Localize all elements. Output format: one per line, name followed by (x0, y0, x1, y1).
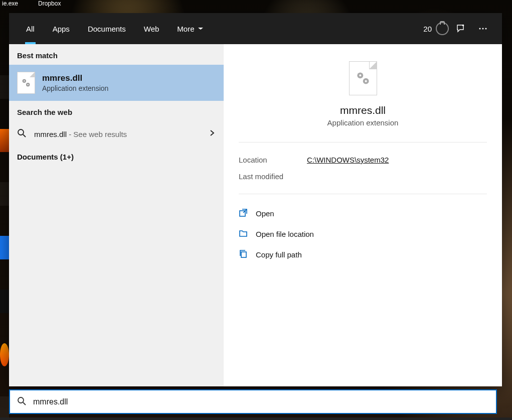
preview-title: mmres.dll (340, 104, 386, 116)
best-match-subtitle: Application extension (42, 84, 108, 92)
search-icon (17, 128, 27, 139)
desktop-icons-strip (0, 0, 9, 420)
web-query: mmres.dll (34, 130, 67, 138)
chevron-right-icon (209, 129, 216, 138)
search-tabs-header: All Apps Documents Web More 20 (9, 13, 502, 44)
medal-icon (436, 22, 449, 35)
action-open-location[interactable]: Open file location (239, 224, 487, 244)
preview-subtitle: Application extension (327, 118, 399, 127)
svg-point-3 (485, 28, 487, 30)
svg-rect-15 (241, 252, 246, 257)
rewards-points: 20 (423, 25, 432, 33)
svg-point-11 (359, 74, 361, 76)
options-icon[interactable] (473, 19, 493, 39)
svg-line-17 (23, 402, 26, 405)
chevron-down-icon (198, 26, 204, 32)
best-match-item[interactable]: mmres.dll Application extension (9, 65, 224, 101)
web-search-row[interactable]: mmres.dll - See web results (9, 121, 224, 147)
svg-point-8 (18, 129, 24, 135)
svg-point-13 (365, 80, 367, 82)
svg-point-1 (479, 28, 481, 30)
search-icon (17, 396, 26, 407)
preview-file-icon (349, 61, 377, 95)
svg-point-16 (18, 397, 24, 403)
search-input[interactable] (33, 397, 489, 406)
rewards-counter[interactable]: 20 (423, 22, 449, 35)
taskbar[interactable] (0, 417, 512, 420)
action-copy-path[interactable]: Copy full path (239, 244, 487, 265)
action-open[interactable]: Open (239, 203, 487, 224)
search-web-heading: Search the web (9, 101, 224, 121)
best-match-heading: Best match (9, 44, 224, 65)
folder-icon (239, 229, 248, 239)
results-column: Best match mmres.dll Application extensi… (9, 44, 224, 386)
last-modified-key: Last modified (239, 172, 307, 181)
svg-point-2 (482, 28, 484, 30)
svg-point-7 (27, 84, 28, 85)
best-match-title: mmres.dll (42, 73, 108, 83)
documents-heading[interactable]: Documents (1+) (9, 147, 224, 167)
file-icon (17, 72, 35, 94)
web-hint: - See web results (67, 130, 127, 138)
location-key: Location (239, 156, 307, 164)
tab-web[interactable]: Web (136, 13, 167, 44)
tab-documents[interactable]: Documents (80, 13, 134, 44)
preview-column: mmres.dll Application extension Location… (224, 44, 502, 386)
location-link[interactable]: C:\WINDOWS\system32 (307, 156, 389, 164)
desktop-icon-labels: ie.exe Dropbox (0, 0, 61, 7)
tab-more[interactable]: More (169, 13, 211, 44)
gears-icon (355, 70, 372, 87)
svg-point-0 (462, 25, 464, 27)
feedback-icon[interactable] (451, 19, 471, 39)
svg-line-9 (23, 134, 26, 137)
open-icon (239, 208, 248, 219)
tab-all[interactable]: All (18, 13, 43, 44)
tab-apps[interactable]: Apps (45, 13, 78, 44)
gears-icon (21, 77, 32, 88)
search-box[interactable] (9, 389, 497, 414)
copy-icon (239, 249, 248, 260)
svg-point-5 (24, 80, 25, 81)
windows-search-panel: All Apps Documents Web More 20 Best matc… (9, 13, 502, 386)
